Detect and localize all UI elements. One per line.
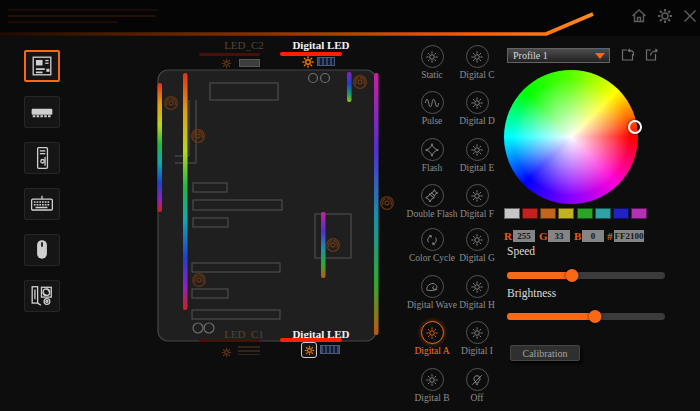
export-profile-button[interactable] bbox=[645, 47, 661, 63]
swatch-cyan[interactable] bbox=[595, 208, 611, 219]
sidebar-item-keyboard[interactable] bbox=[24, 188, 60, 220]
mode-digital-c[interactable]: Digital C bbox=[449, 45, 505, 80]
zone-label-led-c2[interactable]: LED_C2 bbox=[209, 39, 279, 51]
speed-slider-thumb[interactable] bbox=[565, 269, 578, 282]
header-accent-line bbox=[0, 0, 700, 40]
motherboard-preview: LED_C2 Digital LED bbox=[150, 35, 400, 405]
speed-slider-fill bbox=[507, 272, 572, 279]
profile-value: Profile 1 bbox=[513, 50, 548, 61]
g-value-field[interactable]: 33 bbox=[548, 230, 570, 242]
led-c2-preview-box bbox=[239, 59, 260, 67]
export-profile-icon bbox=[645, 47, 661, 63]
color-wheel-selector[interactable] bbox=[628, 120, 642, 134]
g-label: G bbox=[539, 230, 548, 242]
brightness-label: Brightness bbox=[507, 287, 556, 299]
rgb-fusion-window: LED_C2 Digital LED bbox=[0, 0, 700, 411]
wave-icon bbox=[424, 279, 440, 295]
rgb-strip-inner-left bbox=[183, 73, 188, 310]
double-star-flash-icon bbox=[424, 188, 440, 204]
import-profile-icon bbox=[620, 47, 636, 63]
speed-label: Speed bbox=[507, 245, 535, 257]
mode-digital-e[interactable]: Digital E bbox=[449, 138, 505, 173]
b-value-field[interactable]: 0 bbox=[582, 230, 604, 242]
led-c1-sun-icon[interactable] bbox=[220, 345, 233, 358]
bulb-off-icon bbox=[469, 372, 485, 388]
mouse-icon bbox=[32, 238, 52, 262]
led-c2-sun-icon[interactable] bbox=[220, 56, 233, 69]
swatch-blue[interactable] bbox=[613, 208, 629, 219]
sun-icon bbox=[424, 372, 440, 388]
zone-label-digital-led-top[interactable]: Digital LED bbox=[286, 39, 356, 51]
cycle-icon bbox=[424, 232, 440, 248]
mode-digital-d[interactable]: Digital D bbox=[449, 91, 505, 126]
mode-digital-h[interactable]: Digital H bbox=[449, 275, 505, 310]
brightness-slider-fill bbox=[507, 313, 595, 320]
chevron-down-icon bbox=[595, 53, 605, 59]
digital-led-top-sun-icon[interactable] bbox=[300, 54, 316, 70]
gpu-fan-icon bbox=[30, 284, 54, 308]
ram-icon bbox=[30, 101, 54, 123]
swatch-magenta[interactable] bbox=[631, 208, 647, 219]
calibration-button[interactable]: Calibration bbox=[510, 345, 580, 361]
sidebar-item-memory[interactable] bbox=[24, 96, 60, 128]
rgb-strip-center bbox=[321, 212, 326, 278]
keyboard-icon bbox=[30, 194, 54, 214]
digital-led-bottom-sun-icon bbox=[303, 344, 316, 357]
rgb-strip-top-right bbox=[347, 72, 352, 102]
brightness-slider[interactable] bbox=[507, 313, 665, 320]
digital-led-bottom-selected-box[interactable] bbox=[301, 342, 317, 358]
color-wheel[interactable] bbox=[504, 70, 638, 204]
sun-icon bbox=[469, 95, 485, 111]
pc-case-icon bbox=[31, 146, 53, 170]
rgb-strip-left-edge bbox=[158, 83, 163, 212]
sidebar-item-peripherals[interactable] bbox=[24, 280, 60, 312]
sidebar-item-motherboard[interactable] bbox=[24, 50, 60, 82]
speed-slider[interactable] bbox=[507, 272, 665, 279]
sine-wave-icon bbox=[424, 95, 440, 111]
hex-value-field[interactable]: FF2100 bbox=[614, 230, 644, 242]
rgb-strip-right-edge bbox=[374, 73, 379, 335]
swatch-red[interactable] bbox=[522, 208, 538, 219]
sun-icon bbox=[469, 232, 485, 248]
motherboard-icon bbox=[31, 55, 53, 77]
r-label: R bbox=[504, 230, 512, 242]
digital-led-bottom-preview-box bbox=[320, 345, 340, 354]
led-c1-preview-box bbox=[238, 346, 260, 355]
sun-icon bbox=[469, 325, 485, 341]
mode-off[interactable]: Off bbox=[449, 368, 505, 403]
mode-digital-g[interactable]: Digital G bbox=[449, 228, 505, 263]
swatch-yellow[interactable] bbox=[558, 208, 574, 219]
b-label: B bbox=[574, 230, 581, 242]
sun-icon bbox=[469, 142, 485, 158]
sidebar-item-mouse[interactable] bbox=[24, 234, 60, 266]
hex-label: # bbox=[607, 230, 613, 242]
motherboard-diagram bbox=[150, 35, 400, 405]
r-value-field[interactable]: 255 bbox=[513, 230, 535, 242]
sun-icon bbox=[469, 188, 485, 204]
swatch-white[interactable] bbox=[504, 208, 520, 219]
led-connector-icon bbox=[381, 197, 394, 210]
swatch-orange[interactable] bbox=[540, 208, 556, 219]
zone-underline-led-c1 bbox=[199, 339, 260, 342]
mode-digital-f[interactable]: Digital F bbox=[449, 184, 505, 219]
profile-select[interactable]: Profile 1 bbox=[507, 48, 610, 63]
swatch-green[interactable] bbox=[577, 208, 593, 219]
star-flash-icon bbox=[424, 142, 440, 158]
sun-icon bbox=[424, 49, 440, 65]
mode-digital-i[interactable]: Digital I bbox=[449, 321, 505, 356]
sun-icon bbox=[469, 49, 485, 65]
sun-icon bbox=[469, 279, 485, 295]
brightness-slider-thumb[interactable] bbox=[589, 310, 602, 323]
digital-led-top-preview-box bbox=[317, 57, 335, 66]
sun-icon bbox=[424, 325, 440, 341]
sidebar-item-pc-case[interactable] bbox=[24, 142, 60, 174]
import-profile-button[interactable] bbox=[620, 47, 636, 63]
